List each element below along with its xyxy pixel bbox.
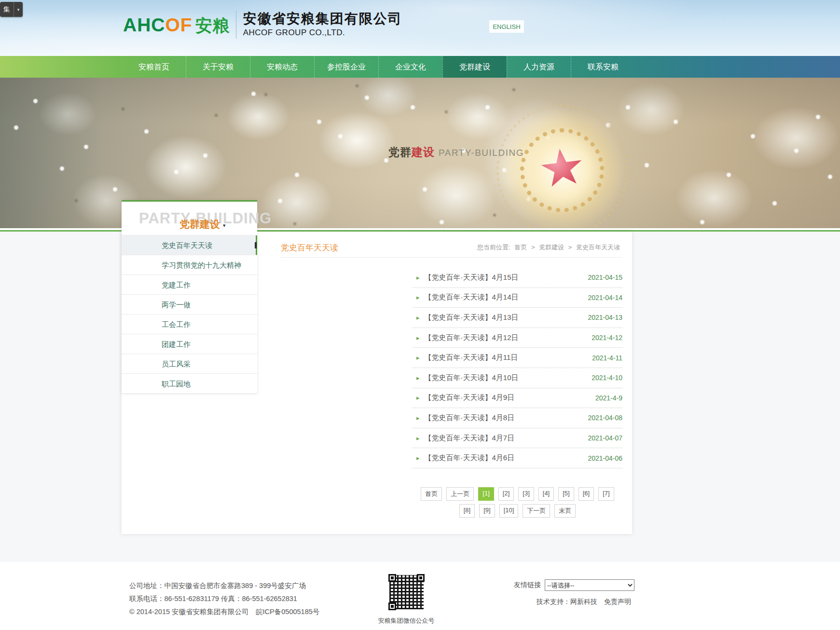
qr-code <box>388 574 425 610</box>
article-date: 2021-4-12 <box>592 334 622 342</box>
main-navigation: 安粮首页 关于安粮 安粮动态 参控股企业 企业文化 党群建设 人力资源 联系安粮 <box>0 56 840 78</box>
article-list: ▸ 【党史百年·天天读】4月15日 2021-04-15 ▸ 【党史百年·天天读… <box>413 268 622 468</box>
sidebar-header: PARTY-BUILDING 党群建设 ▾ <box>122 202 257 235</box>
breadcrumb-section-link[interactable]: 党群建设 <box>539 244 564 251</box>
pagination-row-2: [8] [9] [10] 下一页 末页 <box>459 504 576 518</box>
bullet-arrow-icon: ▸ <box>416 394 420 401</box>
sidebar-item-daily-reading[interactable]: 党史百年天天读 <box>122 235 257 255</box>
article-link[interactable]: 【党史百年·天天读】4月10日 <box>425 373 592 383</box>
pagination-page-4[interactable]: [4] <box>538 487 554 501</box>
page-root: 集 ▾ AHCOF安粮 安徽省安粮集团有限公司 AHCOF GROUP CO.,… <box>0 0 840 630</box>
article-link[interactable]: 【党史百年·天天读】4月8日 <box>425 413 588 423</box>
breadcrumb-separator: > <box>568 244 572 251</box>
pagination-page-5[interactable]: [5] <box>558 487 574 501</box>
nav-item-contact[interactable]: 联系安粮 <box>571 56 635 78</box>
logo-wordmark: AHCOF安粮 <box>123 15 230 34</box>
article-date: 2021-04-06 <box>588 454 622 462</box>
article-link[interactable]: 【党史百年·天天读】4月14日 <box>425 293 588 302</box>
qr-finder-pattern <box>417 574 425 582</box>
friend-links-label: 友情链接 <box>514 581 541 589</box>
logo-orange-part: OF <box>165 14 193 35</box>
sidebar-item-two-studies[interactable]: 两学一做 <box>122 295 257 315</box>
pagination-page-3[interactable]: [3] <box>518 487 534 501</box>
article-row: ▸ 【党史百年·天天读】4月6日 2021-04-06 <box>413 448 622 468</box>
pagination-prev[interactable]: 上一页 <box>446 487 474 501</box>
article-link[interactable]: 【党史百年·天天读】4月9日 <box>425 393 595 402</box>
sidebar-item-19th-congress-spirit[interactable]: 学习贯彻党的十九大精神 <box>122 255 257 275</box>
collect-overlay-label: 集 <box>0 5 14 14</box>
nav-item-party-building[interactable]: 党群建设 <box>442 56 507 78</box>
banner-title-zh-red: 建设 <box>412 145 435 160</box>
logo-divider <box>236 11 236 39</box>
friend-links-select[interactable]: --请选择-- <box>545 579 634 591</box>
article-date: 2021-04-14 <box>588 294 622 301</box>
nav-item-news[interactable]: 安粮动态 <box>250 56 314 78</box>
sidebar-item-staff-garden[interactable]: 职工园地 <box>122 374 257 394</box>
breadcrumb-separator: > <box>531 244 535 251</box>
article-row: ▸ 【党史百年·天天读】4月10日 2021-4-10 <box>413 368 622 388</box>
pagination-page-9[interactable]: [9] <box>479 504 495 518</box>
sidebar-item-union-work[interactable]: 工会工作 <box>122 315 257 334</box>
pagination-page-6[interactable]: [6] <box>578 487 594 501</box>
pagination-first[interactable]: 首页 <box>421 487 442 501</box>
collect-overlay-button[interactable]: 集 ▾ <box>0 2 23 17</box>
breadcrumb-home-link[interactable]: 首页 <box>514 244 527 251</box>
pagination-row-1: 首页 上一页 [1] [2] [3] [4] [5] [6] [7] <box>421 487 614 501</box>
article-link[interactable]: 【党史百年·天天读】4月11日 <box>425 353 592 362</box>
sidebar-title-toggle[interactable]: 党群建设 ▾ <box>179 218 226 231</box>
pagination-page-10[interactable]: [10] <box>499 504 519 518</box>
article-row: ▸ 【党史百年·天天读】4月14日 2021-04-14 <box>413 288 622 308</box>
friend-links: 友情链接 --请选择-- <box>514 579 634 591</box>
company-name-cn: 安徽省安粮集团有限公司 <box>243 12 402 27</box>
pagination-page-1[interactable]: [1] <box>478 487 494 501</box>
nav-item-subsidiaries[interactable]: 参控股企业 <box>314 56 378 78</box>
pagination: 首页 上一页 [1] [2] [3] [4] [5] [6] [7] [8] [… <box>413 487 622 518</box>
article-row: ▸ 【党史百年·天天读】4月9日 2021-4-9 <box>413 388 622 409</box>
bullet-arrow-icon: ▸ <box>416 314 420 321</box>
sidebar-item-league-work[interactable]: 团建工作 <box>122 334 257 354</box>
company-name-en: AHCOF GROUP CO.,LTD. <box>243 28 402 38</box>
article-link[interactable]: 【党史百年·天天读】4月12日 <box>425 333 592 342</box>
pagination-page-2[interactable]: [2] <box>498 487 514 501</box>
banner-title: 党群 建设 PARTY-BUILDING <box>388 145 524 160</box>
pagination-next[interactable]: 下一页 <box>523 504 550 518</box>
sidebar-item-staff-style[interactable]: 员工风采 <box>122 354 257 374</box>
article-link[interactable]: 【党史百年·天天读】4月7日 <box>425 434 588 443</box>
article-row: ▸ 【党史百年·天天读】4月11日 2021-4-11 <box>413 348 622 368</box>
article-date: 2021-4-9 <box>595 394 622 402</box>
nav-item-home[interactable]: 安粮首页 <box>122 56 186 78</box>
site-logo[interactable]: AHCOF安粮 安徽省安粮集团有限公司 AHCOF GROUP CO.,LTD. <box>123 11 402 39</box>
site-header: AHCOF安粮 安徽省安粮集团有限公司 AHCOF GROUP CO.,LTD.… <box>0 0 840 56</box>
article-link[interactable]: 【党史百年·天天读】4月6日 <box>425 453 588 463</box>
sidebar-item-party-work[interactable]: 党建工作 <box>122 275 257 295</box>
bullet-arrow-icon: ▸ <box>416 454 420 462</box>
qr-caption: 安粮集团微信公众号 <box>372 616 440 625</box>
support-vendor-link[interactable]: 网新科技 <box>570 598 597 605</box>
collect-overlay-dropdown-icon[interactable]: ▾ <box>14 2 23 17</box>
pagination-last[interactable]: 末页 <box>554 504 576 518</box>
bullet-arrow-icon: ▸ <box>416 374 420 382</box>
breadcrumb-prefix: 您当前位置: <box>477 244 510 251</box>
disclaimer-link[interactable]: 免责声明 <box>604 598 631 605</box>
bullet-arrow-icon: ▸ <box>416 435 420 442</box>
bullet-arrow-icon: ▸ <box>416 334 420 342</box>
article-link[interactable]: 【党史百年·天天读】4月15日 <box>425 273 588 282</box>
article-date: 2021-4-11 <box>592 354 622 362</box>
banner-title-zh: 党群 <box>388 145 412 160</box>
bullet-arrow-icon: ▸ <box>416 294 420 301</box>
pagination-page-8[interactable]: [8] <box>459 504 475 518</box>
nav-item-about[interactable]: 关于安粮 <box>186 56 250 78</box>
nav-item-hr[interactable]: 人力资源 <box>507 56 571 78</box>
content-title-row: 党史百年天天读 您当前位置: 首页 > 党群建设 > 党史百年天天读 <box>281 238 622 258</box>
qr-finder-pattern <box>388 574 396 582</box>
article-date: 2021-4-10 <box>592 374 622 382</box>
article-date: 2021-04-07 <box>588 434 622 442</box>
pagination-page-7[interactable]: [7] <box>598 487 614 501</box>
nav-item-culture[interactable]: 企业文化 <box>378 56 442 78</box>
sidebar-title: 党群建设 <box>179 218 220 231</box>
logo-chinese-part: 安粮 <box>195 16 230 35</box>
english-language-button[interactable]: ENGLISH <box>489 20 524 33</box>
banner-title-en: PARTY-BUILDING <box>439 148 524 158</box>
article-link[interactable]: 【党史百年·天天读】4月13日 <box>425 313 588 322</box>
sidebar: PARTY-BUILDING 党群建设 ▾ 党史百年天天读 学习贯彻党的十九大精… <box>122 200 257 394</box>
